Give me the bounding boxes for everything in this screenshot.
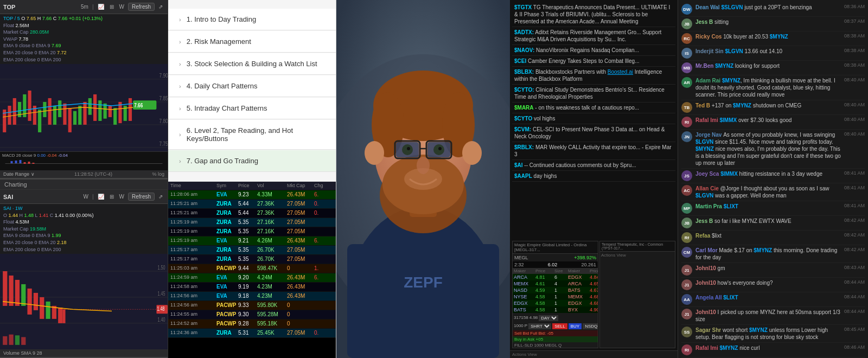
top-chart-section: TOP 5m | 📈 ⊞ W Refresh ⇗ TOP / 5 O 7.65 …	[0, 0, 168, 179]
ticker-link-lixt-1[interactable]: $LIXT	[724, 203, 738, 209]
menu-item-4[interactable]: › 4. Daily Chart Patterns	[168, 75, 336, 97]
ts-cell-volume: 27.36K	[256, 210, 286, 216]
chat-avatar-3: RC	[681, 33, 692, 44]
ts-cell-change: 6.	[313, 191, 329, 198]
chat-content-17: Johnl10 how's everyone doing?	[695, 279, 841, 286]
ticker-link-mynz-8[interactable]: $MYNZ	[719, 345, 738, 351]
ticker-link-immx-1[interactable]: $IMMX	[719, 117, 737, 123]
svg-rect-20	[63, 104, 66, 125]
ticker-link-immx-2[interactable]: $IMMX	[720, 171, 738, 177]
timeframe-btn[interactable]: 5m	[79, 3, 90, 10]
ticker-link-mynz-7[interactable]: $MYNZ	[749, 327, 768, 333]
ticker-link-lgvn-3[interactable]: $LGVN	[695, 193, 713, 199]
expand-icon[interactable]: ⇗	[157, 3, 164, 10]
chat-name-16: Johnl10	[695, 265, 718, 271]
chat-name-1: Dean Wal	[695, 4, 721, 10]
bottom-timeframe-btn[interactable]: W	[81, 193, 90, 200]
chat-text-12: $LIXT	[724, 203, 738, 209]
bottom-candlestick-chart: 1.50 1.45 1.40 1.48	[0, 254, 168, 349]
table-row: 11:24:52 am PACWP 9.28 595.18K 0	[168, 319, 336, 329]
menu-item-6[interactable]: › 6. Level 2, Tape Reading, and Hot Keys…	[168, 120, 336, 150]
l2-sell-button[interactable]: SELL	[552, 323, 567, 329]
table-row: 11:25:03 am PACWP 9.44 598.47K 0 1.	[168, 264, 336, 273]
ts-cell-volume: 595.18K	[256, 321, 286, 327]
ts-cell-change	[313, 293, 329, 299]
chat-content-9: Jorge Nav As some of you probably knew, …	[695, 131, 841, 167]
ticker-link-mynz-4[interactable]: $MYNZ	[733, 103, 751, 108]
menu-item-7[interactable]: › 7. Gap and Go Trading	[168, 150, 336, 172]
ts-cell-time: 11:25:19 am	[169, 228, 215, 235]
chat-avatar-15: CM	[681, 247, 692, 258]
top-refresh-button[interactable]: Refresh	[128, 3, 155, 11]
ticker-link-mynz-2[interactable]: $MYNZ	[715, 63, 733, 69]
ts-cell-mktcap: 27.05M	[286, 228, 313, 235]
chat-content-4: Inderjit Sin $LGVN 13.66 out 14.10	[695, 48, 841, 55]
chat-message-6: AR Adam Rai $MYNZ, Im thinking a bullish…	[681, 75, 865, 100]
l2-price-bid: 4.81	[535, 274, 554, 280]
table-row: 11:25:17 am ZURA 5.35 26.70K 27.05M	[168, 255, 336, 264]
chat-text-5: $MYNZ looking for support	[715, 63, 780, 69]
chat-avatar-16: J1	[681, 265, 692, 276]
chat-text-10: $IMMX hitting resistance in a 3 day wedg…	[720, 171, 822, 177]
bottom-expand-icon[interactable]: ⇗	[157, 193, 164, 200]
l2-exchange-select[interactable]: NSDQ	[583, 323, 598, 329]
mktcap-line: Market Cap 280.05M	[3, 29, 164, 36]
ticker-link-mynz-5[interactable]: $MYNZ	[695, 146, 714, 152]
menu-item-3[interactable]: › 3. Stock Selection & Building a Watch …	[168, 53, 336, 75]
news-item-8: $CYTO vol highs	[512, 113, 675, 124]
ticker-link-mynz-3[interactable]: $MYNZ	[722, 78, 741, 84]
left-panel: TOP 5m | 📈 ⊞ W Refresh ⇗ TOP / 5 O 7.65 …	[0, 0, 168, 358]
svg-text:7.80: 7.80	[159, 118, 168, 125]
news-text-4: Camber Energy Takes Steps to Combat Ille…	[528, 58, 639, 64]
news-ticker-12: $AAPL	[514, 173, 532, 179]
ticker-link-slgvn[interactable]: $SLGVN	[721, 4, 743, 10]
l2-megl-volume: 20.261	[581, 262, 596, 267]
menu-label-3: 3. Stock Selection & Building a Watch Li…	[187, 60, 317, 68]
ts-cell-time: 11:24:59 am	[169, 274, 215, 281]
chat-time-5: 08:38 AM	[844, 62, 865, 68]
ts-cell-price: 9.21	[237, 238, 256, 244]
settings-icon[interactable]: W	[118, 3, 126, 10]
chat-message-18: AA Angela All $LIXT 08:44 AM	[681, 292, 865, 307]
l2-maker-bid: NASD	[514, 287, 535, 293]
news-ticker-10: $RBLX:	[514, 144, 534, 150]
ticker-link-lixt-2[interactable]: $LIXT	[723, 295, 738, 301]
menu-item-1[interactable]: › 1. Intro to Day Trading	[168, 9, 336, 30]
ts-col-price: Price	[237, 183, 256, 189]
chat-content-15: Carl Mor Made $.17 on $MYNZ this morning…	[695, 247, 841, 261]
l2-maker-bid: BATS	[514, 307, 535, 312]
ticker-link-lgvn[interactable]: $LGVN	[725, 48, 743, 54]
l2-p-label: P	[525, 323, 527, 329]
ticker-link-lgvn-2[interactable]: $LGVN	[695, 139, 713, 145]
table-row: 11:24:59 am EVA 9.20 4.24M 26.43M 6.	[168, 273, 336, 283]
bottom-grid-icon[interactable]: ⊞	[108, 193, 116, 200]
menu-item-2[interactable]: › 2. Risk Management	[168, 31, 336, 53]
l2-buy-button[interactable]: BUY	[569, 323, 582, 329]
bottom-refresh-button[interactable]: Refresh	[128, 193, 155, 201]
chat-avatar-6: AR	[681, 77, 692, 88]
ts-cell-mktcap: 27.05M	[286, 219, 313, 226]
bottom-float-line: Float 4.53M	[3, 219, 164, 226]
l2-type-select[interactable]: DAY	[539, 315, 558, 321]
svg-point-97	[365, 141, 384, 165]
bottom-indicator-icon[interactable]: 📈	[96, 193, 106, 200]
ts-cell-mktcap: 0	[286, 321, 313, 327]
ticker-link-mynz-1[interactable]: $MYNZ	[770, 34, 788, 40]
bottom-chart-title: SAI	[3, 194, 13, 200]
menu-item-5[interactable]: › 5. Intraday Chart Patterns	[168, 98, 336, 119]
chat-name-12: Martin Pra	[695, 203, 724, 209]
chat-message-10: JS Joey Sca $IMMX hitting resistance in …	[681, 169, 865, 183]
ts-cell-time: 11:24:52 am	[169, 321, 215, 327]
date-range-label[interactable]: Date Range ∨	[3, 171, 35, 177]
top-chart-title: TOP	[3, 4, 15, 10]
news-ticker-1: $TGTX	[514, 4, 532, 10]
l2-price-ask: 4.90	[590, 307, 598, 312]
l2-size-bid: 6	[554, 274, 568, 280]
grid-icon[interactable]: ⊞	[108, 3, 116, 10]
chat-name-20: Sagar Shr	[695, 327, 723, 333]
ticker-link-mynz-6[interactable]: $MYNZ	[754, 247, 772, 253]
chat-time-9: 08:40 AM	[844, 131, 865, 137]
bottom-settings-icon[interactable]: W	[118, 193, 126, 200]
indicator-icon[interactable]: 📈	[96, 3, 106, 10]
l2-route-select[interactable]: SHRT	[528, 323, 551, 329]
